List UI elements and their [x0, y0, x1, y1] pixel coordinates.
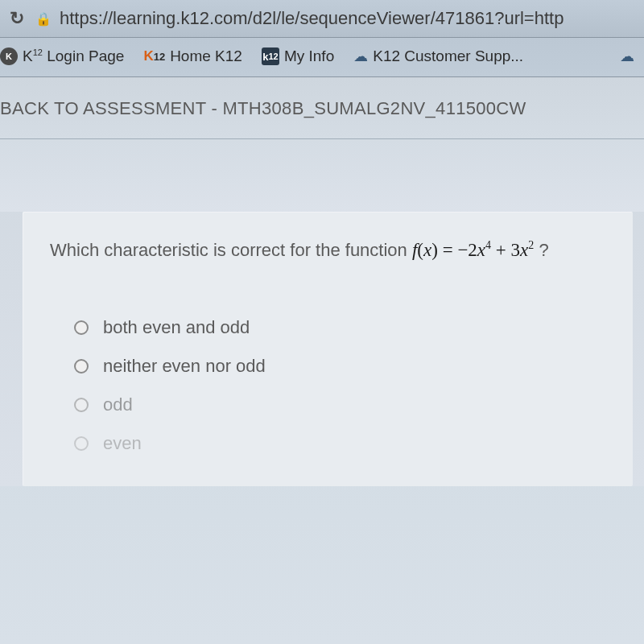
bookmark-label: K12 Customer Supp...: [373, 47, 523, 65]
spacer: [0, 139, 644, 212]
radio-icon[interactable]: [74, 398, 89, 412]
radio-icon[interactable]: [74, 320, 89, 335]
option-both-even-odd[interactable]: both even and odd: [74, 317, 613, 338]
bookmark-customer-support[interactable]: ☁ K12 Customer Supp...: [353, 47, 523, 65]
bookmark-k12-login[interactable]: K K12 K¹² Login PageLogin Page: [0, 47, 124, 65]
address-bar: ↻ 🔒 https://learning.k12.com/d2l/le/sequ…: [0, 0, 644, 38]
question-prompt: Which characteristic is correct for the …: [50, 239, 613, 261]
content-area: BACK TO ASSESSMENT - MTH308B_SUMALG2NV_4…: [0, 77, 644, 486]
math-expression: f(x) = −2x4 + 3x2: [412, 240, 534, 260]
option-label: odd: [103, 394, 133, 415]
bookmark-my-info[interactable]: k12 My Info: [262, 47, 334, 65]
bookmark-home-k12[interactable]: K12 Home K12: [143, 47, 242, 65]
cloud-icon-extra: ☁: [620, 47, 634, 65]
prompt-suffix: ?: [534, 240, 548, 260]
bookmark-label: K12 K¹² Login PageLogin Page: [23, 47, 124, 65]
option-odd[interactable]: odd: [74, 394, 613, 415]
bookmarks-bar: K K12 K¹² Login PageLogin Page K12 Home …: [0, 38, 644, 77]
prompt-prefix: Which characteristic is correct for the …: [50, 240, 412, 260]
refresh-icon[interactable]: ↻: [10, 8, 24, 29]
question-card: Which characteristic is correct for the …: [23, 212, 633, 486]
url-field[interactable]: https://learning.k12.com/d2l/le/sequence…: [60, 8, 564, 29]
option-label: both even and odd: [103, 317, 250, 338]
lock-icon: 🔒: [35, 11, 52, 27]
answer-options: both even and odd neither even nor odd o…: [74, 317, 613, 454]
k12-orange-icon: K12: [143, 48, 165, 64]
radio-icon[interactable]: [74, 436, 89, 451]
option-label: even: [103, 433, 142, 454]
option-even[interactable]: even: [74, 433, 613, 454]
cloud-icon: ☁: [353, 47, 368, 65]
k12-dark-icon: k12: [262, 47, 279, 65]
option-neither[interactable]: neither even nor odd: [74, 356, 613, 377]
bookmark-label: Home K12: [170, 47, 242, 65]
option-label: neither even nor odd: [103, 356, 266, 377]
k12-round-icon: K: [0, 47, 18, 65]
bookmark-label: My Info: [284, 47, 334, 65]
radio-icon[interactable]: [74, 359, 89, 374]
back-to-assessment-link[interactable]: BACK TO ASSESSMENT - MTH308B_SUMALG2NV_4…: [0, 77, 644, 139]
